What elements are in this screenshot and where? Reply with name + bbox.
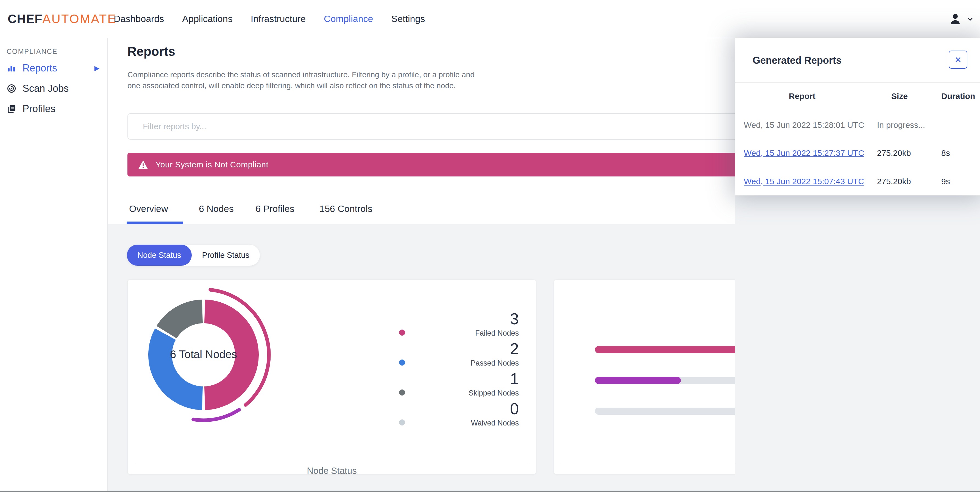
report-duration: 9s bbox=[941, 176, 950, 187]
report-timestamp: Wed, 15 Jun 2022 15:28:01 UTC bbox=[744, 120, 864, 131]
nav-item-applications[interactable]: Applications bbox=[182, 13, 232, 24]
generated-reports-card: Generated Reports ✕ Report Size Duration… bbox=[735, 38, 980, 195]
skipped-dot-icon bbox=[399, 390, 405, 396]
report-download-link[interactable]: Wed, 15 Jun 2022 15:27:37 UTC bbox=[744, 148, 864, 158]
sidebar-items: Reports ▶ Scan Jobs Profiles bbox=[0, 58, 107, 119]
node-status-card: 6 Total Nodes 3 Failed Nodes 2 Passed No… bbox=[127, 280, 536, 474]
tab-nodes[interactable]: 6 Nodes bbox=[199, 203, 234, 214]
sidebar-item-label: Scan Jobs bbox=[22, 83, 68, 94]
submenu-arrow-icon: ▶ bbox=[94, 64, 99, 72]
warning-triangle-icon bbox=[138, 160, 148, 169]
report-size: In progress... bbox=[877, 120, 925, 131]
documents-icon bbox=[6, 104, 16, 114]
passed-label: Passed Nodes bbox=[447, 357, 519, 367]
nav-item-compliance[interactable]: Compliance bbox=[324, 13, 373, 24]
nav-item-settings[interactable]: Settings bbox=[391, 13, 425, 24]
tab-controls[interactable]: 156 Controls bbox=[320, 203, 372, 214]
passed-count: 2 bbox=[447, 340, 519, 357]
skipped-count: 1 bbox=[447, 370, 519, 387]
active-tab-underline bbox=[127, 222, 183, 224]
user-avatar-icon bbox=[948, 12, 963, 26]
compliance-sidebar: COMPLIANCE Reports ▶ Scan Jobs Profiles bbox=[0, 38, 108, 492]
column-header-duration: Duration bbox=[941, 91, 975, 101]
page-description-line2: one associated control, will enable deep… bbox=[127, 80, 475, 91]
donut-segment-passed-nodes bbox=[160, 334, 202, 398]
sidebar-item-label: Profiles bbox=[22, 103, 56, 115]
nav-item-infrastructure[interactable]: Infrastructure bbox=[251, 13, 306, 24]
page-description: Compliance reports describe the status o… bbox=[127, 69, 475, 91]
scan-target-icon bbox=[6, 83, 16, 93]
passed-dot-icon bbox=[399, 359, 405, 366]
waived-dot-icon bbox=[399, 419, 405, 425]
generated-reports-panel: Generated Reports ✕ Report Size Duration… bbox=[735, 38, 980, 492]
report-size: 275.20kb bbox=[877, 148, 911, 158]
nav-links: Dashboards Applications Infrastructure C… bbox=[114, 0, 425, 38]
bottom-scrollbar[interactable] bbox=[0, 490, 980, 492]
close-panel-button[interactable]: ✕ bbox=[949, 51, 967, 69]
profile-status-toggle[interactable]: Profile Status bbox=[192, 244, 260, 266]
tab-overview[interactable]: Overview bbox=[129, 203, 168, 214]
logo-chef: CHEF bbox=[8, 12, 43, 26]
legend-waived: 0 Waived Nodes bbox=[447, 400, 519, 427]
node-status-caption: Node Status bbox=[128, 466, 536, 476]
sidebar-item-reports[interactable]: Reports ▶ bbox=[0, 58, 107, 78]
close-icon: ✕ bbox=[955, 55, 961, 65]
sidebar-item-profiles[interactable]: Profiles bbox=[0, 99, 107, 119]
severity-bar-fill-1 bbox=[595, 377, 681, 384]
status-toggle: Node Status Profile Status bbox=[127, 244, 260, 266]
waived-count: 0 bbox=[447, 400, 519, 417]
sidebar-item-label: Reports bbox=[22, 62, 57, 74]
card-divider bbox=[134, 462, 529, 462]
panel-title: Generated Reports bbox=[752, 55, 842, 66]
column-header-report: Report bbox=[789, 91, 816, 101]
page-title: Reports bbox=[127, 44, 175, 59]
page-description-line1: Compliance reports describe the status o… bbox=[127, 69, 475, 80]
legend-failed: 3 Failed Nodes bbox=[447, 310, 519, 337]
report-size: 275.20kb bbox=[877, 176, 911, 187]
sidebar-item-scan-jobs[interactable]: Scan Jobs bbox=[0, 78, 107, 99]
donut-outer-arc-1 bbox=[193, 410, 239, 420]
alert-text: Your System is Not Compliant bbox=[156, 160, 268, 169]
nav-item-dashboards[interactable]: Dashboards bbox=[114, 13, 164, 24]
failed-dot-icon bbox=[399, 329, 405, 335]
donut-center-label: 6 Total Nodes bbox=[149, 348, 258, 361]
bar-chart-icon bbox=[6, 63, 16, 73]
logo-automate: AUTOMATE bbox=[43, 12, 117, 26]
failed-label: Failed Nodes bbox=[447, 327, 519, 337]
legend-skipped: 1 Skipped Nodes bbox=[447, 370, 519, 398]
node-status-toggle[interactable]: Node Status bbox=[127, 244, 192, 266]
user-menu[interactable] bbox=[948, 0, 974, 38]
chef-automate-logo: CHEFAUTOMATE bbox=[8, 0, 116, 38]
column-header-size: Size bbox=[891, 91, 908, 101]
waived-label: Waived Nodes bbox=[447, 417, 519, 427]
legend-passed: 2 Passed Nodes bbox=[447, 340, 519, 367]
failed-count: 3 bbox=[447, 310, 519, 327]
top-navbar: CHEFAUTOMATE Dashboards Applications Inf… bbox=[0, 0, 980, 38]
skipped-label: Skipped Nodes bbox=[447, 387, 519, 398]
donut-segment-skipped-nodes bbox=[167, 311, 202, 332]
report-download-link[interactable]: Wed, 15 Jun 2022 15:07:43 UTC bbox=[744, 176, 864, 187]
report-duration: 8s bbox=[941, 148, 950, 158]
tab-profiles[interactable]: 6 Profiles bbox=[255, 203, 294, 214]
sidebar-section-label: COMPLIANCE bbox=[6, 48, 57, 56]
chevron-down-icon bbox=[966, 15, 974, 23]
